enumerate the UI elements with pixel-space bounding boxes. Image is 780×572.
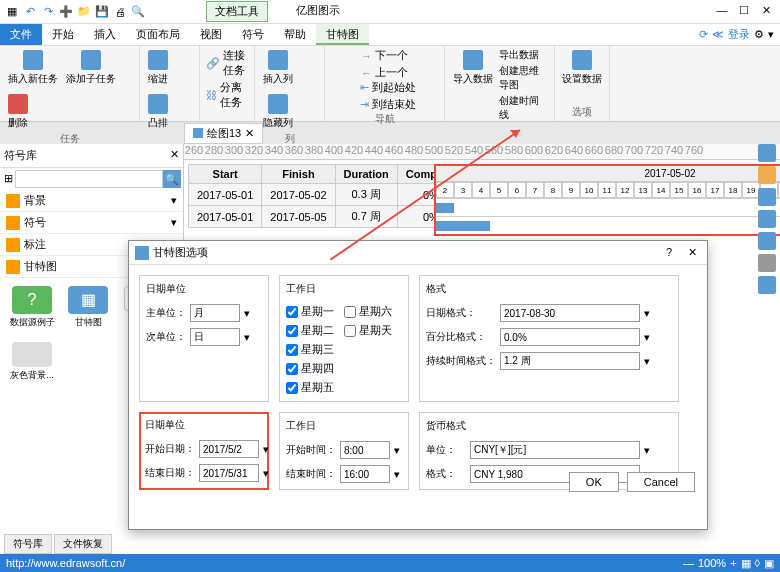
bottom-tab[interactable]: 符号库: [4, 534, 52, 554]
insert-task-button[interactable]: 插入新任务: [6, 48, 60, 88]
preview-icon[interactable]: 🔍: [130, 4, 146, 20]
indent-button[interactable]: 缩进: [146, 48, 170, 88]
share-icon[interactable]: ≪: [712, 28, 724, 41]
export-button[interactable]: 导出数据: [499, 48, 548, 62]
minimize-icon[interactable]: —: [712, 4, 732, 20]
status-url: http://www.edrawsoft.cn/: [6, 557, 683, 569]
menu-page[interactable]: 页面布局: [126, 24, 190, 45]
search-input[interactable]: [15, 170, 163, 188]
start-time-input[interactable]: [340, 441, 390, 459]
nav-prev-button[interactable]: ←上一个: [361, 65, 408, 80]
search-button[interactable]: 🔍: [163, 170, 181, 188]
end-time-input[interactable]: [340, 465, 390, 483]
thumb-item[interactable]: 灰色背景...: [8, 342, 56, 382]
gantt-options-dialog: 甘特图选项 ? ✕ 日期单位 主单位：▾ 次单位：▾ 工作日 星期一 星期二 星…: [128, 240, 708, 530]
save-icon[interactable]: 💾: [94, 4, 110, 20]
thu-check[interactable]: [286, 363, 298, 375]
view-icon[interactable]: ▦: [741, 557, 751, 570]
tab-close-icon[interactable]: ✕: [245, 127, 254, 140]
start-date-input[interactable]: [199, 440, 259, 458]
menu-start[interactable]: 开始: [42, 24, 84, 45]
login-link[interactable]: 登录: [728, 27, 750, 42]
thumb-item[interactable]: ?数据源例子: [8, 286, 56, 326]
sidebar-close-icon[interactable]: ✕: [170, 148, 179, 163]
open-icon[interactable]: 📁: [76, 4, 92, 20]
tool-icon[interactable]: [758, 144, 776, 162]
redo-icon[interactable]: ↷: [40, 4, 56, 20]
print-icon[interactable]: 🖨: [112, 4, 128, 20]
menu-symbol[interactable]: 符号: [232, 24, 274, 45]
new-icon[interactable]: ➕: [58, 4, 74, 20]
view-icon[interactable]: ▣: [764, 557, 774, 570]
tue-check[interactable]: [286, 325, 298, 337]
dialog-title: 甘特图选项: [153, 245, 208, 260]
menu-file[interactable]: 文件: [0, 24, 42, 45]
nav-next-button[interactable]: →下一个: [361, 48, 408, 63]
tool-icon[interactable]: [758, 210, 776, 228]
doc-tool-tab[interactable]: 文档工具: [206, 1, 268, 22]
mon-check[interactable]: [286, 306, 298, 318]
mindmap-button[interactable]: 创建思维导图: [499, 64, 548, 92]
tool-icon[interactable]: [758, 254, 776, 272]
sat-check[interactable]: [344, 306, 356, 318]
minor-unit-select[interactable]: [190, 328, 240, 346]
sidebar-title: 符号库: [4, 148, 37, 163]
view-icon[interactable]: ◊: [755, 557, 760, 569]
expand-all-icon[interactable]: ⊞: [2, 170, 15, 188]
tool-icon[interactable]: [758, 166, 776, 184]
statusbar: http://www.edrawsoft.cn/ —100%+ ▦ ◊ ▣: [0, 554, 780, 572]
major-unit-select[interactable]: [190, 304, 240, 322]
close-icon[interactable]: ✕: [756, 4, 776, 20]
end-date-input[interactable]: [199, 464, 259, 482]
menu-gantt[interactable]: 甘特图: [316, 24, 369, 45]
menu-insert[interactable]: 插入: [84, 24, 126, 45]
gantt-grid: StartFinishDurationComplete 2017-05-0120…: [188, 164, 465, 228]
fri-check[interactable]: [286, 382, 298, 394]
unlink-tasks-button[interactable]: ⛓分离任务: [206, 80, 248, 110]
delete-button[interactable]: 删除: [6, 92, 30, 132]
refresh-icon[interactable]: ⟳: [699, 28, 708, 41]
menu-view[interactable]: 视图: [190, 24, 232, 45]
sun-check[interactable]: [344, 325, 356, 337]
link-tasks-button[interactable]: 🔗连接任务: [206, 48, 248, 78]
dropdown-icon[interactable]: ▾: [768, 28, 774, 41]
menu-help[interactable]: 帮助: [274, 24, 316, 45]
dialog-icon: [135, 246, 149, 260]
gantt-timeline: 2017-05-02 23456789101112131415161718192…: [434, 164, 780, 236]
tool-icon[interactable]: [758, 188, 776, 206]
thumb-item[interactable]: ▦甘特图: [64, 286, 112, 326]
hide-col-button[interactable]: 隐藏列: [261, 92, 295, 132]
tool-icon[interactable]: [758, 232, 776, 250]
help-icon[interactable]: ?: [662, 246, 676, 259]
date-format-select[interactable]: [500, 304, 640, 322]
dialog-close-icon[interactable]: ✕: [684, 246, 701, 259]
cancel-button[interactable]: Cancel: [627, 472, 695, 492]
insert-col-button[interactable]: 插入列: [261, 48, 295, 88]
settings-button[interactable]: 设置数据: [560, 48, 604, 88]
currency-unit-select[interactable]: [470, 441, 640, 459]
outdent-button[interactable]: 凸排: [146, 92, 170, 132]
add-subtask-button[interactable]: 添加子任务: [64, 48, 118, 88]
ok-button[interactable]: OK: [569, 472, 619, 492]
pct-format-select[interactable]: [500, 328, 640, 346]
tool-icon[interactable]: [758, 276, 776, 294]
undo-icon[interactable]: ↶: [22, 4, 38, 20]
maximize-icon[interactable]: ☐: [734, 4, 754, 20]
zoom-level: 100%: [698, 557, 726, 569]
right-toolbar: [758, 144, 778, 294]
ruler: 2602803003203403603804004204404604805005…: [184, 144, 780, 160]
sidebar-row[interactable]: 符号▾: [0, 212, 183, 234]
dur-format-select[interactable]: [500, 352, 640, 370]
nav-start-button[interactable]: ⇤到起始处: [360, 80, 416, 95]
document-tab[interactable]: 绘图13 ✕: [184, 123, 263, 144]
sidebar-row[interactable]: 背景▾: [0, 190, 183, 212]
timeline-button[interactable]: 创建时间线: [499, 94, 548, 122]
import-button[interactable]: 导入数据: [451, 48, 495, 122]
app-name: 亿图图示: [288, 1, 348, 22]
nav-end-button[interactable]: ⇥到结束处: [360, 97, 416, 112]
menu-icon[interactable]: ▦: [4, 4, 20, 20]
wed-check[interactable]: [286, 344, 298, 356]
gear-icon[interactable]: ⚙: [754, 28, 764, 41]
bottom-tab[interactable]: 文件恢复: [54, 534, 112, 554]
